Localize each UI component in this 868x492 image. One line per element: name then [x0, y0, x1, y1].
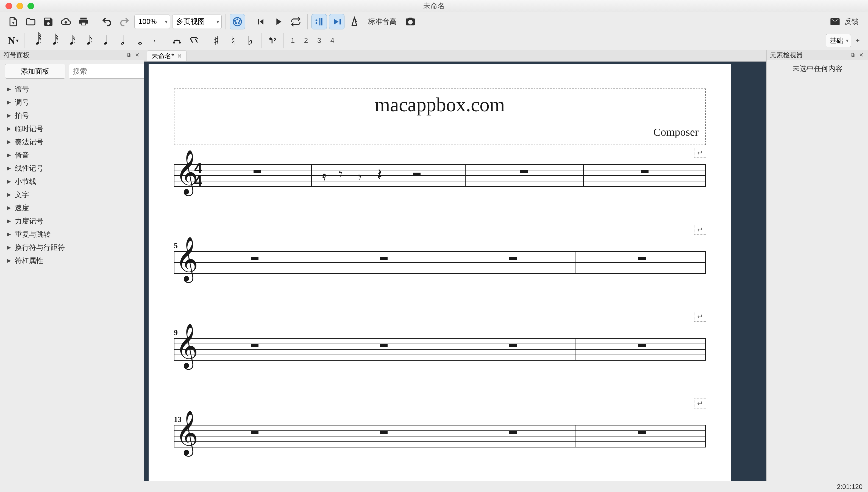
- system-break-icon[interactable]: ↵: [694, 148, 706, 158]
- open-file-button[interactable]: [23, 14, 38, 29]
- panel-close-icon[interactable]: ✕: [858, 52, 865, 58]
- note-half-button[interactable]: 𝅗𝅥: [113, 33, 128, 48]
- flip-direction-button[interactable]: [265, 33, 280, 48]
- whole-rest[interactable]: [254, 170, 261, 173]
- title-frame[interactable]: macappbox.com Composer: [174, 89, 706, 145]
- staff[interactable]: 𝄞 44 𝄿 𝄾 𝄾 𝄽: [174, 164, 706, 186]
- score-viewport[interactable]: macappbox.com Composer ↵ 𝄞 44 𝄿 𝄾: [144, 62, 766, 481]
- redo-button[interactable]: [117, 14, 132, 29]
- screenshot-button[interactable]: [403, 14, 418, 29]
- palette-item-dynamics[interactable]: ▶力度记号: [0, 214, 144, 228]
- voice-4-button[interactable]: 4: [326, 35, 338, 46]
- note-quarter-button[interactable]: 𝅘𝅥: [96, 33, 111, 48]
- whole-rest[interactable]: [251, 430, 259, 434]
- zoom-select[interactable]: 100%: [134, 15, 170, 29]
- add-toolbar-button[interactable]: +: [852, 36, 863, 46]
- palette-item-timesig[interactable]: ▶拍号: [0, 109, 144, 122]
- palette-item-text[interactable]: ▶文字: [0, 188, 144, 201]
- staff[interactable]: 𝄞: [174, 425, 706, 447]
- tab-close-icon[interactable]: ×: [177, 52, 182, 60]
- voice-1-button[interactable]: 1: [287, 35, 298, 46]
- whole-rest[interactable]: [380, 257, 388, 260]
- panel-undock-icon[interactable]: ⧉: [849, 52, 856, 58]
- play-button[interactable]: [270, 14, 286, 29]
- workspace-select[interactable]: 基础: [826, 34, 851, 47]
- new-file-button[interactable]: [5, 14, 21, 29]
- composer-text[interactable]: Composer: [181, 126, 699, 139]
- system-break-icon[interactable]: ↵: [694, 312, 706, 322]
- voice-3-button[interactable]: 3: [313, 35, 325, 46]
- palette-item-grace[interactable]: ▶倚音: [0, 148, 144, 162]
- print-button[interactable]: [76, 14, 91, 29]
- whole-rest[interactable]: [251, 257, 259, 260]
- whole-rest[interactable]: [638, 344, 646, 347]
- rewind-button[interactable]: [253, 14, 268, 29]
- metronome-button[interactable]: [347, 14, 362, 29]
- palette-item-breaks[interactable]: ▶换行符与行距符: [0, 241, 144, 254]
- score-title[interactable]: macappbox.com: [181, 94, 699, 116]
- staff[interactable]: 𝄞: [174, 338, 706, 360]
- palette-item-articulations[interactable]: ▶奏法记号: [0, 135, 144, 148]
- close-window-button[interactable]: [5, 3, 12, 9]
- maximize-window-button[interactable]: [27, 3, 34, 9]
- whole-rest[interactable]: [638, 430, 646, 434]
- pan-button[interactable]: [329, 14, 344, 29]
- feedback-icon[interactable]: [827, 14, 843, 29]
- palette-item-repeats[interactable]: ▶重复与跳转: [0, 228, 144, 241]
- minimize-window-button[interactable]: [17, 3, 23, 9]
- note-64th-button[interactable]: 𝅘𝅥𝅱: [28, 33, 43, 48]
- note-input-mode-button[interactable]: N ▾: [5, 33, 21, 48]
- whole-rest[interactable]: [520, 170, 528, 173]
- whole-rest[interactable]: [251, 344, 259, 347]
- half-rest[interactable]: [413, 173, 421, 176]
- panel-close-icon[interactable]: ✕: [134, 52, 141, 58]
- score-page[interactable]: macappbox.com Composer ↵ 𝄞 44 𝄿 𝄾: [149, 64, 731, 481]
- add-palette-button[interactable]: 添加面板: [5, 64, 65, 79]
- midi-input-button[interactable]: [230, 14, 245, 29]
- palette-item-accidentals[interactable]: ▶临时记号: [0, 122, 144, 135]
- sharp-button[interactable]: ♯: [209, 33, 224, 48]
- whole-rest[interactable]: [380, 430, 388, 434]
- cloud-save-button[interactable]: [58, 14, 74, 29]
- feedback-label[interactable]: 反馈: [844, 17, 863, 26]
- whole-rest[interactable]: [509, 430, 517, 434]
- note-16th-button[interactable]: 𝅘𝅥𝅯: [62, 33, 77, 48]
- view-mode-select[interactable]: 多页视图: [172, 15, 222, 29]
- note-whole-button[interactable]: 𝅝: [130, 33, 145, 48]
- palette-item-lines[interactable]: ▶线性记号: [0, 162, 144, 175]
- voice-2-button[interactable]: 2: [300, 35, 312, 46]
- flat-button[interactable]: ♭: [242, 33, 258, 48]
- system-break-icon[interactable]: ↵: [694, 398, 706, 409]
- treble-clef-icon[interactable]: 𝄞: [176, 326, 198, 365]
- palettes-title: 符号面板: [3, 51, 30, 59]
- loop-button[interactable]: [288, 14, 304, 29]
- tie-button[interactable]: [169, 33, 185, 48]
- chevron-right-icon: ▶: [7, 257, 11, 264]
- document-tab[interactable]: 未命名* ×: [147, 50, 186, 61]
- whole-rest[interactable]: [380, 344, 388, 347]
- save-button[interactable]: [41, 14, 56, 29]
- palette-item-tempo[interactable]: ▶速度: [0, 201, 144, 214]
- slur-button[interactable]: [186, 33, 202, 48]
- note-8th-button[interactable]: 𝅘𝅥𝅮: [79, 33, 94, 48]
- palette-item-clefs[interactable]: ▶谱号: [0, 82, 144, 96]
- play-repeats-button[interactable]: [312, 14, 327, 29]
- whole-rest[interactable]: [641, 170, 649, 173]
- treble-clef-icon[interactable]: 𝄞: [176, 413, 198, 452]
- palette-item-keysig[interactable]: ▶调号: [0, 96, 144, 109]
- natural-button[interactable]: ♮: [226, 33, 241, 48]
- palette-item-barlines[interactable]: ▶小节线: [0, 175, 144, 188]
- treble-clef-icon[interactable]: 𝄞: [176, 240, 198, 278]
- palette-item-beams[interactable]: ▶符杠属性: [0, 254, 144, 267]
- panel-undock-icon[interactable]: ⧉: [126, 52, 132, 58]
- whole-rest[interactable]: [638, 257, 646, 260]
- staff[interactable]: 𝄞: [174, 251, 706, 273]
- concert-pitch-button[interactable]: 标准音高: [364, 17, 400, 26]
- system-break-icon[interactable]: ↵: [694, 225, 706, 235]
- note-dot-button[interactable]: ·: [147, 33, 162, 48]
- undo-button[interactable]: [99, 14, 114, 29]
- note-32nd-button[interactable]: 𝅘𝅥𝅰: [45, 33, 60, 48]
- whole-rest[interactable]: [509, 344, 517, 347]
- time-signature[interactable]: 44: [194, 162, 202, 188]
- whole-rest[interactable]: [509, 257, 517, 260]
